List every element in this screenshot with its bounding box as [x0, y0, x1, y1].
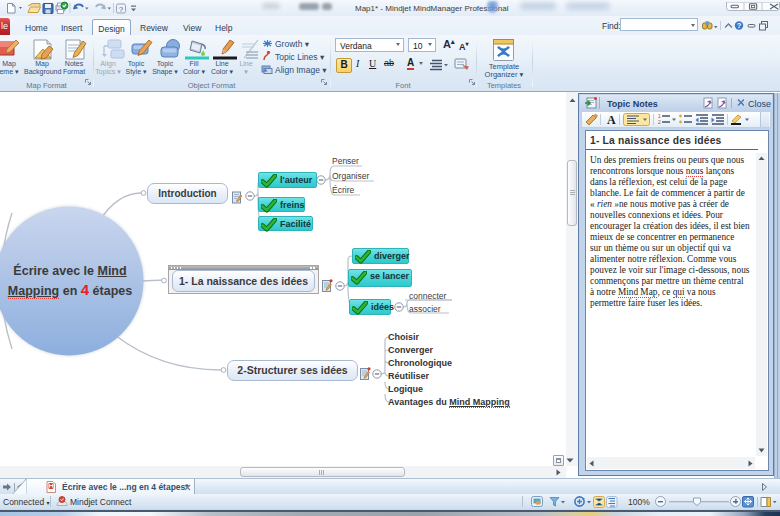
svg-text:100%: 100%: [628, 497, 650, 507]
svg-text:2: 2: [658, 119, 661, 125]
svg-text:A: A: [607, 113, 616, 126]
svg-text:?: ?: [737, 21, 742, 30]
svg-text:?: ?: [119, 5, 124, 14]
